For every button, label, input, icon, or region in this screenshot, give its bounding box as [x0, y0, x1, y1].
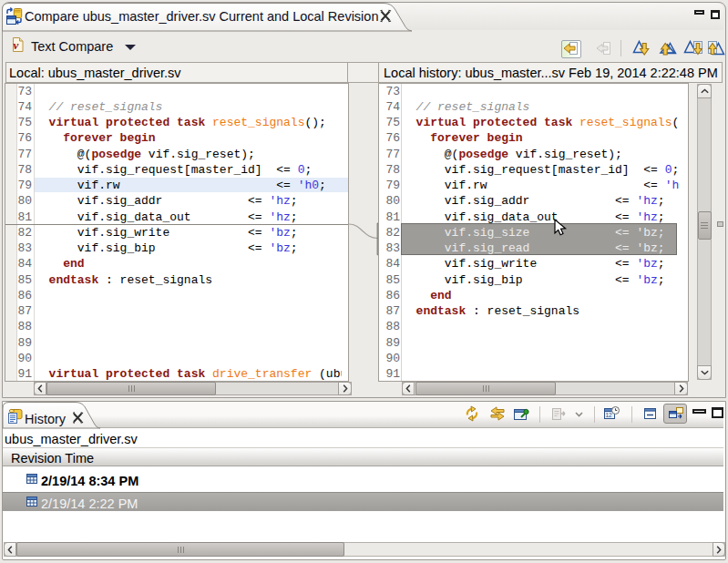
- svg-text:v: v: [14, 38, 19, 52]
- svg-text:12: 12: [606, 412, 613, 418]
